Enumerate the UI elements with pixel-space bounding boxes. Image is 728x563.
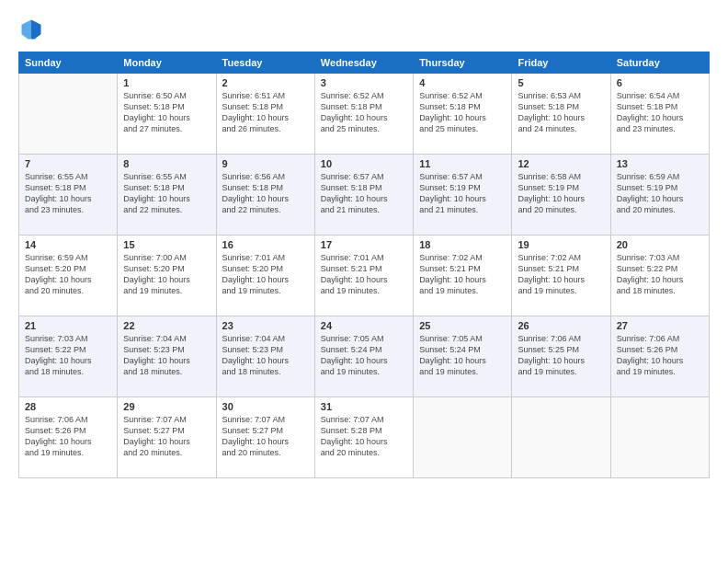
day-info: Sunrise: 6:58 AM Sunset: 5:19 PM Dayligh…: [518, 171, 604, 216]
day-number: 23: [222, 320, 309, 331]
day-number: 13: [617, 158, 703, 169]
header-wednesday: Wednesday: [314, 52, 413, 74]
day-number: 7: [25, 158, 111, 169]
calendar-cell: 9Sunrise: 6:56 AM Sunset: 5:18 PM Daylig…: [216, 155, 314, 236]
day-number: 21: [25, 320, 111, 331]
calendar-cell: 26Sunrise: 7:06 AM Sunset: 5:25 PM Dayli…: [512, 316, 610, 397]
day-info: Sunrise: 6:55 AM Sunset: 5:18 PM Dayligh…: [25, 171, 111, 216]
logo: [18, 17, 48, 42]
day-info: Sunrise: 7:02 AM Sunset: 5:21 PM Dayligh…: [419, 252, 506, 297]
calendar-cell: 29Sunrise: 7:07 AM Sunset: 5:27 PM Dayli…: [118, 397, 216, 478]
day-info: Sunrise: 7:04 AM Sunset: 5:23 PM Dayligh…: [222, 333, 309, 378]
calendar-cell: 20Sunrise: 7:03 AM Sunset: 5:22 PM Dayli…: [610, 236, 709, 316]
day-number: 28: [25, 401, 111, 412]
day-number: 12: [518, 158, 604, 169]
calendar-cell: 15Sunrise: 7:00 AM Sunset: 5:20 PM Dayli…: [118, 236, 216, 316]
day-number: 2: [222, 77, 309, 88]
calendar-cell: 24Sunrise: 7:05 AM Sunset: 5:24 PM Dayli…: [314, 316, 413, 397]
day-number: 3: [321, 77, 407, 88]
calendar-cell: 3Sunrise: 6:52 AM Sunset: 5:18 PM Daylig…: [314, 74, 413, 155]
calendar-cell: 14Sunrise: 6:59 AM Sunset: 5:20 PM Dayli…: [19, 236, 118, 316]
day-info: Sunrise: 6:57 AM Sunset: 5:18 PM Dayligh…: [321, 171, 407, 216]
day-number: 20: [617, 239, 703, 250]
header-thursday: Thursday: [414, 52, 512, 74]
day-number: 15: [123, 239, 210, 250]
day-info: Sunrise: 6:53 AM Sunset: 5:18 PM Dayligh…: [518, 90, 604, 135]
day-info: Sunrise: 6:50 AM Sunset: 5:18 PM Dayligh…: [123, 90, 210, 135]
day-info: Sunrise: 7:03 AM Sunset: 5:22 PM Dayligh…: [617, 252, 703, 297]
header-monday: Monday: [118, 52, 216, 74]
calendar-cell: 11Sunrise: 6:57 AM Sunset: 5:19 PM Dayli…: [414, 155, 512, 236]
calendar-cell: 1Sunrise: 6:50 AM Sunset: 5:18 PM Daylig…: [118, 74, 216, 155]
day-number: 8: [123, 158, 210, 169]
page: SundayMondayTuesdayWednesdayThursdayFrid…: [0, 0, 728, 563]
day-info: Sunrise: 6:57 AM Sunset: 5:19 PM Dayligh…: [419, 171, 506, 216]
day-number: 11: [419, 158, 506, 169]
day-info: Sunrise: 6:55 AM Sunset: 5:18 PM Dayligh…: [123, 171, 210, 216]
calendar-cell: [414, 397, 512, 478]
day-number: 4: [419, 77, 506, 88]
calendar-cell: 16Sunrise: 7:01 AM Sunset: 5:20 PM Dayli…: [216, 236, 314, 316]
calendar-table: SundayMondayTuesdayWednesdayThursdayFrid…: [18, 52, 710, 478]
day-info: Sunrise: 7:07 AM Sunset: 5:27 PM Dayligh…: [222, 414, 309, 459]
day-number: 27: [617, 320, 703, 331]
calendar-cell: 4Sunrise: 6:52 AM Sunset: 5:18 PM Daylig…: [414, 74, 512, 155]
day-info: Sunrise: 7:01 AM Sunset: 5:21 PM Dayligh…: [321, 252, 407, 297]
calendar-cell: 7Sunrise: 6:55 AM Sunset: 5:18 PM Daylig…: [19, 155, 118, 236]
day-info: Sunrise: 7:06 AM Sunset: 5:26 PM Dayligh…: [617, 333, 703, 378]
calendar-cell: 5Sunrise: 6:53 AM Sunset: 5:18 PM Daylig…: [512, 74, 610, 155]
header-friday: Friday: [512, 52, 610, 74]
calendar-cell: 27Sunrise: 7:06 AM Sunset: 5:26 PM Dayli…: [610, 316, 709, 397]
day-number: 19: [518, 239, 604, 250]
day-info: Sunrise: 7:02 AM Sunset: 5:21 PM Dayligh…: [518, 252, 604, 297]
calendar-cell: 18Sunrise: 7:02 AM Sunset: 5:21 PM Dayli…: [414, 236, 512, 316]
calendar-cell: 28Sunrise: 7:06 AM Sunset: 5:26 PM Dayli…: [19, 397, 118, 478]
calendar-cell: [512, 397, 610, 478]
calendar-cell: 6Sunrise: 6:54 AM Sunset: 5:18 PM Daylig…: [610, 74, 709, 155]
calendar-cell: [19, 74, 118, 155]
day-number: 24: [321, 320, 407, 331]
calendar-cell: 10Sunrise: 6:57 AM Sunset: 5:18 PM Dayli…: [314, 155, 413, 236]
day-number: 16: [222, 239, 309, 250]
day-number: 18: [419, 239, 506, 250]
calendar-week-row: 1Sunrise: 6:50 AM Sunset: 5:18 PM Daylig…: [19, 74, 710, 155]
calendar-cell: 22Sunrise: 7:04 AM Sunset: 5:23 PM Dayli…: [118, 316, 216, 397]
day-info: Sunrise: 6:54 AM Sunset: 5:18 PM Dayligh…: [617, 90, 703, 135]
calendar-cell: 23Sunrise: 7:04 AM Sunset: 5:23 PM Dayli…: [216, 316, 314, 397]
day-number: 22: [123, 320, 210, 331]
header-tuesday: Tuesday: [216, 52, 314, 74]
calendar-week-row: 7Sunrise: 6:55 AM Sunset: 5:18 PM Daylig…: [19, 155, 710, 236]
day-number: 9: [222, 158, 309, 169]
day-info: Sunrise: 6:56 AM Sunset: 5:18 PM Dayligh…: [222, 171, 309, 216]
day-info: Sunrise: 7:07 AM Sunset: 5:28 PM Dayligh…: [321, 414, 407, 459]
day-info: Sunrise: 6:59 AM Sunset: 5:20 PM Dayligh…: [25, 252, 111, 297]
svg-marker-2: [22, 20, 32, 40]
day-info: Sunrise: 7:05 AM Sunset: 5:24 PM Dayligh…: [419, 333, 506, 378]
calendar-week-row: 21Sunrise: 7:03 AM Sunset: 5:22 PM Dayli…: [19, 316, 710, 397]
day-info: Sunrise: 7:01 AM Sunset: 5:20 PM Dayligh…: [222, 252, 309, 297]
calendar-cell: 8Sunrise: 6:55 AM Sunset: 5:18 PM Daylig…: [118, 155, 216, 236]
header-saturday: Saturday: [610, 52, 709, 74]
day-number: 10: [321, 158, 407, 169]
day-number: 14: [25, 239, 111, 250]
day-info: Sunrise: 7:06 AM Sunset: 5:26 PM Dayligh…: [25, 414, 111, 459]
calendar-cell: 17Sunrise: 7:01 AM Sunset: 5:21 PM Dayli…: [314, 236, 413, 316]
day-info: Sunrise: 7:00 AM Sunset: 5:20 PM Dayligh…: [123, 252, 210, 297]
day-number: 17: [321, 239, 407, 250]
day-info: Sunrise: 6:51 AM Sunset: 5:18 PM Dayligh…: [222, 90, 309, 135]
logo-icon: [18, 17, 44, 42]
day-number: 6: [617, 77, 703, 88]
day-number: 26: [518, 320, 604, 331]
calendar-cell: 13Sunrise: 6:59 AM Sunset: 5:19 PM Dayli…: [610, 155, 709, 236]
day-number: 31: [321, 401, 407, 412]
calendar-cell: 31Sunrise: 7:07 AM Sunset: 5:28 PM Dayli…: [314, 397, 413, 478]
day-number: 5: [518, 77, 604, 88]
day-info: Sunrise: 7:06 AM Sunset: 5:25 PM Dayligh…: [518, 333, 604, 378]
day-info: Sunrise: 7:05 AM Sunset: 5:24 PM Dayligh…: [321, 333, 407, 378]
day-info: Sunrise: 6:52 AM Sunset: 5:18 PM Dayligh…: [419, 90, 506, 135]
calendar-cell: [610, 397, 709, 478]
day-number: 1: [123, 77, 210, 88]
svg-marker-1: [31, 20, 41, 40]
calendar-cell: 12Sunrise: 6:58 AM Sunset: 5:19 PM Dayli…: [512, 155, 610, 236]
day-number: 30: [222, 401, 309, 412]
